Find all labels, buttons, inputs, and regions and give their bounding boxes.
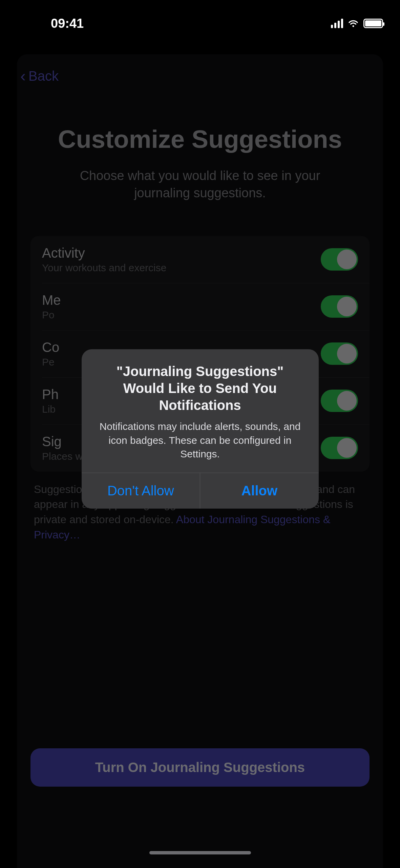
status-time: 09:41 (51, 16, 84, 31)
dont-allow-button[interactable]: Don't Allow (82, 473, 200, 509)
cellular-icon (331, 19, 343, 28)
notifications-permission-alert: "Journaling Suggestions" Would Like to S… (82, 349, 319, 509)
wifi-icon (347, 17, 359, 30)
home-indicator[interactable] (149, 851, 251, 854)
status-indicators (331, 17, 383, 30)
alert-title: "Journaling Suggestions" Would Like to S… (95, 363, 305, 414)
status-bar: 09:41 (0, 0, 400, 37)
alert-message: Notifications may include alerts, sounds… (95, 420, 305, 461)
allow-button[interactable]: Allow (200, 473, 319, 509)
battery-icon (363, 19, 383, 28)
